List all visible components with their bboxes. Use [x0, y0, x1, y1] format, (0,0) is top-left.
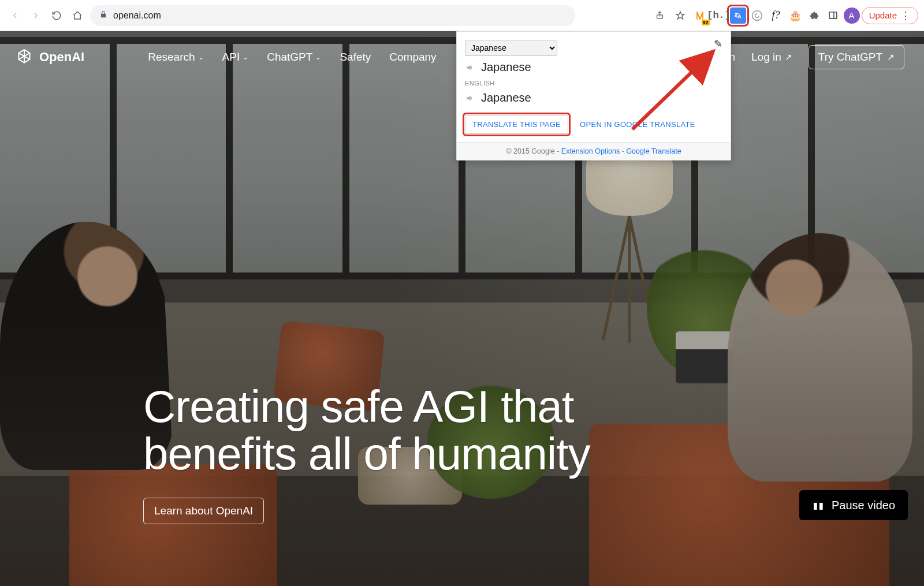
svg-rect-1 — [733, 10, 743, 21]
pause-label: Pause video — [832, 499, 895, 512]
extensions-puzzle-icon[interactable] — [806, 7, 823, 24]
footer-extension-options-link[interactable]: Extension Options — [561, 147, 620, 155]
ext-grammarly-icon[interactable] — [748, 7, 766, 24]
profile-avatar[interactable]: A — [844, 8, 860, 24]
target-lang-label: ENGLISH — [465, 80, 722, 87]
translate-page-button[interactable]: TRANSLATE THIS PAGE — [465, 115, 568, 134]
speaker-icon[interactable] — [465, 62, 475, 73]
nav-login[interactable]: Log in ↗ — [751, 51, 792, 64]
learn-about-button[interactable]: Learn about OpenAI — [143, 498, 264, 524]
toolbar-right: 92 [h.] f? 🎂 A Update ⋮ — [651, 6, 918, 25]
source-word: Japanese — [481, 61, 531, 74]
chevron-down-icon: ⌄ — [243, 53, 248, 61]
ext-google-translate-icon[interactable] — [730, 8, 746, 24]
footer-google-translate-link[interactable]: Google Translate — [626, 147, 681, 155]
ext-cake-icon[interactable]: 🎂 — [787, 7, 804, 24]
speaker-icon[interactable] — [465, 93, 475, 103]
side-panel-icon[interactable] — [825, 7, 842, 24]
header-right: ch Log in ↗ Try ChatGPT ↗ — [724, 45, 904, 69]
write-icon[interactable]: ✎ — [714, 38, 722, 50]
svg-point-2 — [752, 10, 762, 20]
target-word-row: Japanese — [465, 91, 722, 104]
browser-update-button[interactable]: Update ⋮ — [862, 7, 918, 24]
hero-headline: Creating safe AGI that benefits all of h… — [143, 383, 590, 478]
ext-hn-icon[interactable]: [h.] — [710, 7, 728, 24]
nav-company[interactable]: Company — [389, 51, 436, 64]
address-bar[interactable]: openai.com — [90, 5, 575, 26]
ext-amazon-icon[interactable]: 92 — [691, 7, 709, 24]
nav-chatgpt[interactable]: ChatGPT⌄ — [267, 51, 321, 64]
target-word: Japanese — [481, 91, 531, 104]
ext-whatfont-icon[interactable]: f? — [767, 7, 785, 24]
page-content: OpenAI Research⌄ API⌄ ChatGPT⌄ Safety Co… — [0, 31, 924, 586]
pause-video-button[interactable]: ▮▮ Pause video — [799, 490, 908, 520]
pause-icon: ▮▮ — [812, 498, 824, 512]
footer-copyright: 2015 Google — [513, 147, 555, 155]
hero-line-2: benefits all of humanity — [143, 431, 590, 478]
nav-api[interactable]: API⌄ — [222, 51, 249, 64]
nav-forward-button[interactable] — [27, 6, 45, 25]
nav-research[interactable]: Research⌄ — [148, 51, 203, 64]
external-arrow-icon: ↗ — [887, 52, 895, 62]
openai-logo-icon — [15, 48, 33, 66]
nav-home-button[interactable] — [68, 6, 87, 25]
nav-safety[interactable]: Safety — [340, 51, 371, 64]
lock-icon — [99, 10, 107, 20]
open-in-google-translate-link[interactable]: OPEN IN GOOGLE TRANSLATE — [580, 120, 695, 129]
ext-google-translate-highlight — [729, 7, 747, 24]
share-icon[interactable] — [651, 6, 669, 25]
translate-extension-popup: Japanese ✎ Japanese ENGLISH Japanese TRA… — [456, 31, 731, 161]
update-label: Update — [869, 10, 897, 20]
site-brand-text: OpenAI — [39, 50, 84, 65]
try-chatgpt-button[interactable]: Try ChatGPT ↗ — [808, 45, 904, 69]
chevron-down-icon: ⌄ — [315, 53, 321, 61]
browser-toolbar: openai.com 92 [h.] f? 🎂 A — [0, 0, 924, 31]
source-word-row: Japanese — [465, 61, 722, 74]
language-select[interactable]: Japanese — [465, 40, 557, 56]
bookmark-star-icon[interactable] — [671, 6, 690, 25]
popup-footer: © 2015 Google - Extension Options - Goog… — [457, 142, 731, 160]
chevron-down-icon: ⌄ — [198, 53, 204, 61]
site-logo[interactable]: OpenAI — [15, 48, 84, 66]
svg-rect-3 — [829, 12, 837, 18]
primary-nav: Research⌄ API⌄ ChatGPT⌄ Safety Company — [148, 51, 436, 64]
copyright-icon: © — [506, 147, 511, 155]
hero-line-1: Creating safe AGI that — [143, 383, 590, 431]
nav-back-button[interactable] — [6, 6, 24, 25]
address-bar-text: openai.com — [113, 10, 161, 21]
nav-reload-button[interactable] — [47, 6, 66, 25]
kebab-menu-icon[interactable]: ⋮ — [900, 10, 911, 21]
external-arrow-icon: ↗ — [785, 52, 792, 62]
